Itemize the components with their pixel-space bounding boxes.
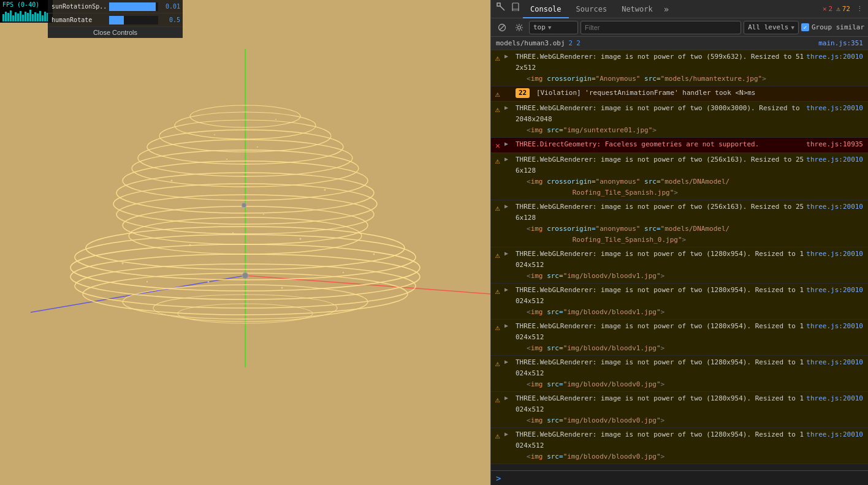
filter-input[interactable] xyxy=(581,21,741,34)
console-msg-2: ⚠ 22 [Violation] 'requestAnimationFrame'… xyxy=(491,86,868,102)
svg-rect-7 xyxy=(17,13,19,21)
console-content[interactable]: models/human3.obj 2 2 main.js:351 ⚠ ▶ TH… xyxy=(491,37,868,470)
msg-source-5[interactable]: three.js:20010 xyxy=(806,154,868,165)
svg-point-57 xyxy=(226,159,227,160)
msg-body-9: THREE.WebGLRenderer: image is not power … xyxy=(513,320,806,355)
svg-point-60 xyxy=(281,287,283,289)
close-controls-button[interactable]: Close Controls xyxy=(48,27,183,38)
view-label: top xyxy=(533,23,546,31)
expand-7[interactable]: ▶ xyxy=(504,248,513,257)
svg-rect-10 xyxy=(25,12,26,21)
msg-body-11: THREE.WebGLRenderer: image is not power … xyxy=(513,393,806,427)
img-tag-8: <img src="img/bloodv/bloodv1.jpg"> xyxy=(527,308,664,316)
inspect-icon[interactable] xyxy=(493,0,508,18)
console-msg-5: ⚠ ▶ THREE.WebGLRenderer: image is not po… xyxy=(491,153,868,200)
prompt-icon: > xyxy=(496,473,501,483)
control-row-human[interactable]: humanRotate 0.5 xyxy=(48,13,183,27)
expand-5[interactable]: ▶ xyxy=(504,154,513,162)
group-similar-label: Group similar xyxy=(812,23,864,31)
expand-3[interactable]: ▶ xyxy=(504,102,513,111)
scene-3d xyxy=(0,0,490,485)
more-tabs[interactable]: » xyxy=(660,0,672,18)
svg-point-58 xyxy=(257,146,258,148)
msg-source-7[interactable]: three.js:20010 xyxy=(806,248,868,260)
msg-body-8: THREE.WebGLRenderer: image is not power … xyxy=(513,284,806,318)
msg-text-2: [Violation] 'requestAnimationFrame' hand… xyxy=(536,89,756,97)
console-input[interactable] xyxy=(504,474,863,482)
expand-12[interactable]: ▶ xyxy=(504,429,513,437)
expand-11[interactable]: ▶ xyxy=(504,393,513,401)
expand-10[interactable]: ▶ xyxy=(504,356,513,365)
control-bar-human[interactable] xyxy=(109,16,158,24)
info-source-link[interactable]: main.js:351 xyxy=(818,39,863,47)
svg-point-51 xyxy=(232,232,234,233)
msg-source-6[interactable]: three.js:20010 xyxy=(806,201,868,212)
group-similar-control[interactable]: ✓ Group similar xyxy=(801,23,864,31)
svg-rect-11 xyxy=(27,13,29,21)
msg-source-2[interactable] xyxy=(807,87,868,88)
msg-source-8[interactable]: three.js:20010 xyxy=(806,284,868,296)
expand-6[interactable]: ▶ xyxy=(504,201,513,209)
msg-text-6: THREE.WebGLRenderer: image is not power … xyxy=(516,203,804,222)
control-bar-fill-human xyxy=(109,16,124,24)
control-bar-sun[interactable] xyxy=(109,2,158,11)
console-msg-8: ⚠ ▶ THREE.WebGLRenderer: image is not po… xyxy=(491,284,868,320)
msg-body-3: THREE.WebGLRenderer: image is not power … xyxy=(513,102,806,137)
info-file: models/human3.obj xyxy=(496,39,565,47)
expand-8[interactable]: ▶ xyxy=(504,284,513,293)
group-similar-checkbox[interactable]: ✓ xyxy=(801,23,809,31)
expand-1[interactable]: ▶ xyxy=(504,51,513,59)
console-prompt[interactable]: > xyxy=(491,470,868,485)
violation-badge: 22 xyxy=(516,88,530,98)
tab-console[interactable]: Console xyxy=(523,0,569,18)
warn-icon-10: ⚠ xyxy=(491,356,504,370)
viewport[interactable]: FPS (0-40) xyxy=(0,0,490,485)
levels-selector[interactable]: All levels ▼ xyxy=(744,21,799,34)
svg-rect-6 xyxy=(15,12,17,21)
expand-4[interactable]: ▶ xyxy=(504,138,513,147)
control-bar-fill-sun xyxy=(109,2,156,11)
warn-icon-5: ⚠ xyxy=(491,154,504,167)
img-tag-1: <img crossorigin="Anonymous" src="models… xyxy=(527,75,766,83)
svg-rect-1 xyxy=(2,14,4,21)
msg-body-1: THREE.WebGLRenderer: image is not power … xyxy=(513,51,806,85)
msg-source-11[interactable]: three.js:20010 xyxy=(806,393,868,404)
device-icon[interactable] xyxy=(508,0,523,18)
msg-source-3[interactable]: three.js:20010 xyxy=(806,102,868,114)
levels-label: All levels xyxy=(748,23,788,31)
svg-rect-4 xyxy=(10,10,12,21)
warn-icon-11: ⚠ xyxy=(491,393,504,406)
msg-source-10[interactable]: three.js:20010 xyxy=(806,356,868,368)
violation-icon-2: ⚠ xyxy=(491,87,504,100)
msg-text-3: THREE.WebGLRenderer: image is not power … xyxy=(516,104,800,123)
msg-text-4: THREE.DirectGeometry: Faceless geometrie… xyxy=(516,140,759,148)
svg-point-49 xyxy=(122,263,124,265)
svg-rect-14 xyxy=(34,12,36,21)
view-selector[interactable]: top ▼ xyxy=(529,21,578,34)
info-bar: models/human3.obj 2 2 main.js:351 xyxy=(491,37,868,50)
tab-sources[interactable]: Sources xyxy=(569,0,615,18)
warning-icon: ⚠ xyxy=(836,5,840,13)
settings-icon[interactable] xyxy=(512,20,527,35)
control-row-sun[interactable]: sunRotationSp... 0.01 xyxy=(48,0,183,13)
msg-source-12[interactable]: three.js:20010 xyxy=(806,429,868,440)
warn-icon-12: ⚠ xyxy=(491,429,504,442)
error-badge: ✕ 2 xyxy=(823,5,832,13)
svg-rect-8 xyxy=(20,11,21,21)
msg-source-9[interactable]: three.js:20010 xyxy=(806,320,868,332)
warn-icon-3: ⚠ xyxy=(491,102,504,116)
svg-rect-9 xyxy=(22,15,24,21)
msg-source-4[interactable]: three.js:10935 xyxy=(806,138,868,150)
tab-network[interactable]: Network xyxy=(614,0,660,18)
clear-console-button[interactable] xyxy=(495,20,509,35)
devtools-menu[interactable]: ⋮ xyxy=(854,5,866,13)
error-count: 2 xyxy=(829,5,833,13)
svg-rect-15 xyxy=(37,13,39,21)
msg-source-1[interactable]: three.js:20010 xyxy=(806,51,868,62)
warning-badge: ⚠ 72 xyxy=(836,5,850,13)
svg-point-46 xyxy=(214,134,215,135)
expand-9[interactable]: ▶ xyxy=(504,320,513,329)
console-msg-11: ⚠ ▶ THREE.WebGLRenderer: image is not po… xyxy=(491,392,868,428)
svg-point-55 xyxy=(147,281,148,282)
img-tag-9: <img src="img/bloodv/bloodv1.jpg"> xyxy=(527,344,664,352)
